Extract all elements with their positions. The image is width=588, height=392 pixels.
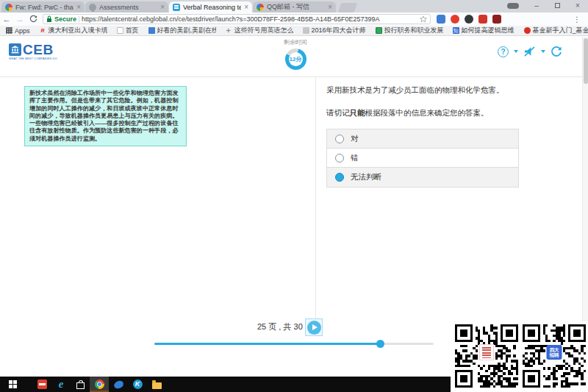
- option-label: 对: [351, 134, 359, 144]
- logo-tagline: WHAT THE BEST COMPANIES DO: [9, 57, 57, 60]
- bookmark-label: 如何提高逻辑思维: [462, 26, 514, 35]
- timer: 剩余时间 12分: [276, 38, 315, 70]
- qr-blue-badge: 四大招聘: [547, 345, 562, 360]
- symbol-site-favicon: ✛: [226, 27, 232, 34]
- reload-icon[interactable]: [26, 15, 40, 24]
- refresh-icon[interactable]: [551, 46, 562, 57]
- bookmark-star-icon[interactable]: [420, 15, 427, 23]
- page-counter: 25 页 , 共 30: [257, 321, 303, 332]
- mail-app-icon[interactable]: [32, 377, 51, 392]
- k-app-icon[interactable]: K: [128, 377, 147, 392]
- progress-thumb[interactable]: [376, 340, 384, 348]
- new-tab-button[interactable]: [338, 3, 357, 13]
- bookmark-item[interactable]: 好看的美剧,美剧在线: [148, 26, 216, 35]
- question-panel: 采用新技术是为了减少员工面临的物理和化学危害。 请切记只能根据段落中的信息来确定…: [326, 85, 519, 188]
- chrome-icon[interactable]: [90, 377, 109, 392]
- browser-window: Fw: Fwd: PwC - thank yo×Assessments×Verb…: [0, 0, 588, 392]
- maximize-icon[interactable]: [547, 0, 567, 12]
- pane-divider: [315, 78, 316, 321]
- reading-passage: 新技术虽然在消除工作场所中一些化学和物理危害方面发挥了主要作用。但是也带来了其它…: [24, 86, 187, 146]
- doc-favicon: [303, 27, 309, 34]
- tab-close-icon[interactable]: ×: [76, 4, 81, 10]
- browser-tab[interactable]: Fw: Fwd: PwC - thank yo×: [1, 1, 85, 13]
- tab-close-icon[interactable]: ×: [160, 4, 165, 10]
- tab-title: Verbal Reasoning test | T: [183, 4, 241, 11]
- bookmark-item[interactable]: 投行职务和职业发展: [376, 26, 443, 35]
- extension-dark-circle-icon[interactable]: [465, 15, 473, 24]
- browser-menu-icon[interactable]: ⋮: [573, 15, 581, 24]
- bookmark-item[interactable]: 2016年四大会计师: [303, 26, 366, 35]
- back-icon[interactable]: ←: [0, 15, 13, 24]
- progress-slider[interactable]: [154, 343, 434, 345]
- file-explorer-icon[interactable]: [147, 377, 166, 392]
- extension-icons: [437, 15, 501, 24]
- radio-button[interactable]: [335, 173, 344, 182]
- ceb-building-icon: [9, 43, 21, 56]
- question-instruction: 请切记只能根据段落中的信息来确定您的答案。: [326, 108, 519, 118]
- secure-label: Secure: [54, 15, 76, 23]
- edge-icon[interactable]: e: [51, 377, 71, 392]
- forward-icon[interactable]: →: [13, 15, 26, 24]
- extension-red-square-icon[interactable]: [478, 15, 487, 24]
- logo-text: CEB: [23, 43, 54, 56]
- mute-announcement-icon[interactable]: [523, 46, 536, 57]
- tab-title: Fw: Fwd: PwC - thank yo: [15, 4, 74, 11]
- minimize-icon[interactable]: –: [526, 0, 547, 12]
- extension-blue-icon[interactable]: [437, 15, 445, 24]
- ceb-logo: CEB WHAT THE BEST COMPANIES DO: [9, 43, 87, 62]
- bookmark-item[interactable]: 首页: [117, 26, 139, 35]
- extension-red-circle-icon[interactable]: [451, 15, 459, 24]
- mute-caret-icon[interactable]: [541, 50, 545, 53]
- tab-close-icon[interactable]: ×: [244, 4, 248, 10]
- help-caret-icon[interactable]: [514, 50, 518, 53]
- profile-badge[interactable]: [507, 3, 519, 9]
- browser-tab[interactable]: QQ邮箱 - 写信×: [253, 1, 336, 13]
- bookmark-label: 基金新手入门_基金: [533, 26, 588, 35]
- bookmark-item[interactable]: 基金新手入门_基金: [524, 26, 588, 35]
- page-header: CEB WHAT THE BEST COMPANIES DO 剩余时间 12分 …: [0, 37, 583, 77]
- bookmark-label: 好看的美剧,美剧在线: [157, 26, 216, 35]
- radio-button[interactable]: [335, 135, 344, 143]
- answer-options: 对错无法判断: [326, 129, 519, 188]
- tab-close-icon[interactable]: ×: [328, 4, 332, 10]
- url-text[interactable]: https://talentcentral.cebglobal.cn/ce/te…: [82, 15, 417, 23]
- browser-tab[interactable]: Verbal Reasoning test | T×: [169, 1, 252, 13]
- lock-icon: [46, 15, 52, 23]
- bookmark-label: 澳大利亚出入境卡填: [49, 26, 107, 35]
- address-bar[interactable]: Secure https://talentcentral.cebglobal.c…: [43, 14, 431, 24]
- progress-fill: [154, 343, 381, 345]
- extension-maroon-icon[interactable]: [492, 15, 501, 24]
- qr-code-left: [455, 324, 518, 392]
- answer-option[interactable]: 无法判断: [327, 168, 518, 187]
- bookmark-label: 投行职务和职业发展: [384, 26, 443, 35]
- tab-strip: Fw: Fwd: PwC - thank yo×Assessments×Verb…: [0, 0, 588, 13]
- option-label: 无法判断: [351, 172, 381, 182]
- answer-option[interactable]: 错: [327, 149, 518, 168]
- forum-favicon: [376, 27, 382, 34]
- apps-grid-icon: [6, 27, 12, 34]
- store-icon[interactable]: [71, 377, 90, 392]
- page-favicon: [117, 27, 123, 34]
- windows-taskbar: eK: [0, 377, 453, 392]
- bookmark-item[interactable]: ✛这些符号用英语怎么: [226, 26, 293, 35]
- next-page-button[interactable]: [305, 318, 323, 336]
- close-icon[interactable]: ×: [567, 0, 588, 12]
- radio-button[interactable]: [335, 154, 344, 163]
- bookmark-item[interactable]: Apps: [6, 27, 30, 35]
- help-icon[interactable]: ?: [498, 46, 509, 57]
- bookmark-item[interactable]: R澳大利亚出入境卡填: [40, 26, 107, 35]
- scrollbar-thumb[interactable]: [584, 38, 588, 84]
- browser-tab[interactable]: Assessments×: [85, 1, 168, 13]
- windows-start-icon[interactable]: [3, 377, 22, 392]
- header-actions: ?: [498, 46, 562, 57]
- browser-toolbar: ← → Secure https://talentcentral.cebglob…: [0, 13, 588, 26]
- timer-label: 剩余时间: [276, 38, 315, 46]
- answer-option[interactable]: 对: [327, 129, 518, 149]
- tab-title: Assessments: [99, 4, 157, 11]
- bookmark-label: Apps: [15, 27, 30, 35]
- fund-site-favicon: [524, 27, 531, 34]
- foxmail-icon[interactable]: [109, 377, 128, 392]
- bookmark-item[interactable]: 知如何提高逻辑思维: [453, 26, 514, 35]
- qqmail-favicon: [257, 4, 264, 11]
- bookmarks-bar: AppsR澳大利亚出入境卡填首页好看的美剧,美剧在线✛这些符号用英语怎么2016…: [0, 26, 588, 36]
